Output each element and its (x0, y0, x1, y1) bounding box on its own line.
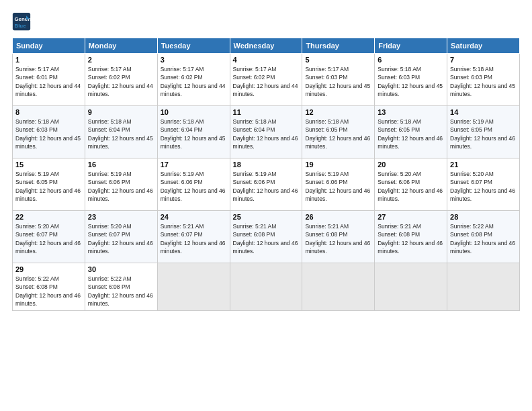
day-number: 19 (305, 161, 371, 169)
day-info: Sunrise: 5:17 AMSunset: 6:01 PMDaylight:… (15, 66, 81, 97)
day-number: 20 (378, 161, 444, 169)
day-info: Sunrise: 5:18 AMSunset: 6:04 PMDaylight:… (161, 118, 226, 150)
calendar-cell: 7 Sunrise: 5:18 AMSunset: 6:03 PMDayligh… (447, 54, 520, 106)
day-number: 25 (233, 213, 300, 221)
day-number: 13 (378, 108, 444, 116)
day-number: 7 (450, 56, 517, 64)
day-info: Sunrise: 5:20 AMSunset: 6:07 PMDaylight:… (88, 223, 153, 255)
calendar-cell: 1 Sunrise: 5:17 AMSunset: 6:01 PMDayligh… (13, 54, 85, 106)
day-number: 26 (305, 213, 371, 221)
logo-icon: General Blue (12, 12, 31, 31)
day-info: Sunrise: 5:21 AMSunset: 6:08 PMDaylight:… (233, 223, 298, 255)
day-number: 28 (450, 213, 517, 221)
day-number: 27 (378, 213, 444, 221)
day-number: 21 (450, 161, 517, 169)
day-number: 18 (233, 161, 300, 169)
col-header-thursday: Thursday (302, 38, 375, 54)
day-number: 15 (15, 161, 82, 169)
calendar-table: SundayMondayTuesdayWednesdayThursdayFrid… (12, 38, 520, 311)
day-info: Sunrise: 5:19 AMSunset: 6:06 PMDaylight:… (305, 171, 370, 202)
calendar-cell: 13 Sunrise: 5:18 AMSunset: 6:05 PMDaylig… (375, 106, 447, 158)
col-header-wednesday: Wednesday (230, 38, 302, 54)
day-info: Sunrise: 5:20 AMSunset: 6:06 PMDaylight:… (378, 171, 443, 202)
calendar-body: 1 Sunrise: 5:17 AMSunset: 6:01 PMDayligh… (13, 54, 520, 311)
calendar-cell: 16 Sunrise: 5:19 AMSunset: 6:06 PMDaylig… (85, 158, 157, 211)
day-info: Sunrise: 5:19 AMSunset: 6:06 PMDaylight:… (161, 171, 226, 202)
page: General Blue SundayMondayTuesdayWednesda… (0, 0, 532, 411)
day-info: Sunrise: 5:19 AMSunset: 6:05 PMDaylight:… (450, 118, 515, 150)
day-info: Sunrise: 5:19 AMSunset: 6:06 PMDaylight:… (233, 171, 298, 202)
col-header-monday: Monday (85, 38, 157, 54)
day-number: 16 (88, 161, 154, 169)
day-info: Sunrise: 5:18 AMSunset: 6:04 PMDaylight:… (233, 118, 298, 150)
day-info: Sunrise: 5:21 AMSunset: 6:08 PMDaylight:… (305, 223, 370, 255)
day-number: 5 (305, 56, 371, 64)
col-header-friday: Friday (375, 38, 447, 54)
calendar-cell: 14 Sunrise: 5:19 AMSunset: 6:05 PMDaylig… (447, 106, 520, 158)
calendar-cell (157, 263, 230, 311)
calendar-cell: 26 Sunrise: 5:21 AMSunset: 6:08 PMDaylig… (302, 211, 375, 263)
svg-text:Blue: Blue (15, 23, 27, 29)
day-info: Sunrise: 5:18 AMSunset: 6:03 PMDaylight:… (15, 118, 81, 150)
day-info: Sunrise: 5:19 AMSunset: 6:05 PMDaylight:… (15, 171, 81, 202)
day-number: 17 (161, 161, 227, 169)
calendar-cell (447, 263, 520, 311)
calendar-cell: 24 Sunrise: 5:21 AMSunset: 6:07 PMDaylig… (157, 211, 230, 263)
calendar-cell (230, 263, 302, 311)
day-number: 24 (161, 213, 227, 221)
day-info: Sunrise: 5:18 AMSunset: 6:03 PMDaylight:… (378, 66, 443, 97)
day-number: 12 (305, 108, 371, 116)
day-number: 4 (233, 56, 300, 64)
day-info: Sunrise: 5:18 AMSunset: 6:05 PMDaylight:… (378, 118, 443, 150)
day-info: Sunrise: 5:19 AMSunset: 6:06 PMDaylight:… (88, 171, 153, 202)
day-number: 3 (161, 56, 227, 64)
calendar-cell: 17 Sunrise: 5:19 AMSunset: 6:06 PMDaylig… (157, 158, 230, 211)
calendar-cell: 9 Sunrise: 5:18 AMSunset: 6:04 PMDayligh… (85, 106, 157, 158)
day-info: Sunrise: 5:22 AMSunset: 6:08 PMDaylight:… (15, 275, 81, 307)
calendar-cell: 25 Sunrise: 5:21 AMSunset: 6:08 PMDaylig… (230, 211, 302, 263)
calendar-header-row: SundayMondayTuesdayWednesdayThursdayFrid… (13, 38, 520, 54)
day-info: Sunrise: 5:17 AMSunset: 6:03 PMDaylight:… (305, 66, 370, 97)
calendar-cell: 5 Sunrise: 5:17 AMSunset: 6:03 PMDayligh… (302, 54, 375, 106)
day-info: Sunrise: 5:18 AMSunset: 6:03 PMDaylight:… (450, 66, 515, 97)
day-info: Sunrise: 5:17 AMSunset: 6:02 PMDaylight:… (233, 66, 298, 97)
day-info: Sunrise: 5:17 AMSunset: 6:02 PMDaylight:… (88, 66, 153, 97)
calendar-cell: 8 Sunrise: 5:18 AMSunset: 6:03 PMDayligh… (13, 106, 85, 158)
day-info: Sunrise: 5:20 AMSunset: 6:07 PMDaylight:… (450, 171, 515, 202)
day-info: Sunrise: 5:17 AMSunset: 6:02 PMDaylight:… (161, 66, 226, 97)
calendar-cell: 22 Sunrise: 5:20 AMSunset: 6:07 PMDaylig… (13, 211, 85, 263)
calendar-cell (375, 263, 447, 311)
calendar-cell: 11 Sunrise: 5:18 AMSunset: 6:04 PMDaylig… (230, 106, 302, 158)
calendar-cell: 12 Sunrise: 5:18 AMSunset: 6:05 PMDaylig… (302, 106, 375, 158)
day-number: 1 (15, 56, 82, 64)
header: General Blue (12, 12, 520, 31)
calendar-cell: 18 Sunrise: 5:19 AMSunset: 6:06 PMDaylig… (230, 158, 302, 211)
svg-text:General: General (15, 16, 32, 22)
day-number: 8 (15, 108, 82, 116)
calendar-cell: 4 Sunrise: 5:17 AMSunset: 6:02 PMDayligh… (230, 54, 302, 106)
calendar-cell: 21 Sunrise: 5:20 AMSunset: 6:07 PMDaylig… (447, 158, 520, 211)
calendar-cell: 28 Sunrise: 5:22 AMSunset: 6:08 PMDaylig… (447, 211, 520, 263)
calendar-cell: 29 Sunrise: 5:22 AMSunset: 6:08 PMDaylig… (13, 263, 85, 311)
day-info: Sunrise: 5:22 AMSunset: 6:08 PMDaylight:… (450, 223, 515, 255)
calendar-cell: 19 Sunrise: 5:19 AMSunset: 6:06 PMDaylig… (302, 158, 375, 211)
col-header-tuesday: Tuesday (157, 38, 230, 54)
day-number: 22 (15, 213, 82, 221)
day-info: Sunrise: 5:18 AMSunset: 6:05 PMDaylight:… (305, 118, 370, 150)
day-info: Sunrise: 5:20 AMSunset: 6:07 PMDaylight:… (15, 223, 81, 255)
day-info: Sunrise: 5:22 AMSunset: 6:08 PMDaylight:… (88, 275, 153, 307)
day-info: Sunrise: 5:21 AMSunset: 6:08 PMDaylight:… (378, 223, 443, 255)
calendar-cell: 30 Sunrise: 5:22 AMSunset: 6:08 PMDaylig… (85, 263, 157, 311)
day-info: Sunrise: 5:21 AMSunset: 6:07 PMDaylight:… (161, 223, 226, 255)
day-number: 30 (88, 265, 154, 273)
calendar-cell (302, 263, 375, 311)
day-info: Sunrise: 5:18 AMSunset: 6:04 PMDaylight:… (88, 118, 153, 150)
calendar-cell: 6 Sunrise: 5:18 AMSunset: 6:03 PMDayligh… (375, 54, 447, 106)
calendar-cell: 20 Sunrise: 5:20 AMSunset: 6:06 PMDaylig… (375, 158, 447, 211)
day-number: 11 (233, 108, 300, 116)
day-number: 10 (161, 108, 227, 116)
calendar-cell: 3 Sunrise: 5:17 AMSunset: 6:02 PMDayligh… (157, 54, 230, 106)
day-number: 23 (88, 213, 154, 221)
calendar-cell: 23 Sunrise: 5:20 AMSunset: 6:07 PMDaylig… (85, 211, 157, 263)
day-number: 6 (378, 56, 444, 64)
